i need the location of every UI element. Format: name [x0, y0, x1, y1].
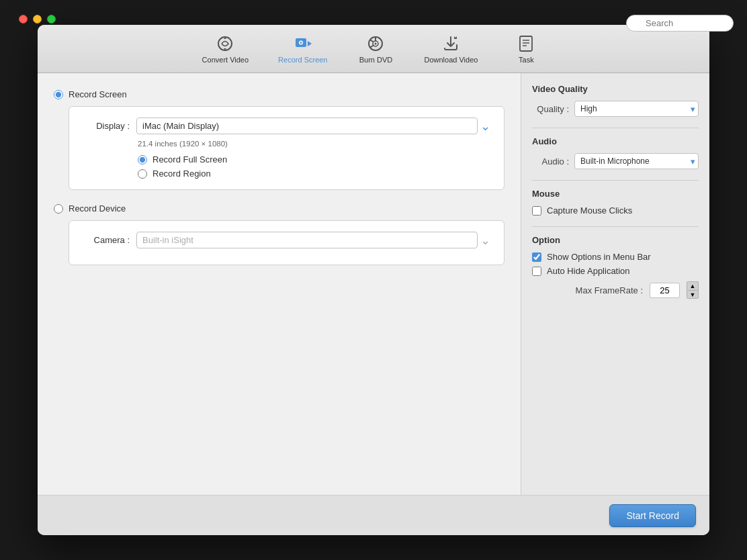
- display-select-wrapper: iMac (Main Display) ⌄: [136, 118, 490, 134]
- svg-line-9: [371, 40, 374, 42]
- content-area: Record Screen Display : iMac (Main Displ…: [38, 73, 709, 495]
- camera-row: Camera : Built-in iSight ⌄: [83, 232, 490, 248]
- capture-mouse-label[interactable]: Capture Mouse Clicks: [547, 205, 632, 216]
- svg-rect-11: [520, 36, 532, 51]
- show-options-label[interactable]: Show Options in Menu Bar: [547, 252, 651, 262]
- framerate-decrement[interactable]: ▼: [687, 290, 699, 299]
- record-screen-section: Record Screen Display : iMac (Main Displ…: [54, 89, 504, 190]
- record-screen-box: Display : iMac (Main Display) ⌄ 21.4 inc…: [69, 106, 504, 190]
- convert-video-label: Convert Video: [202, 56, 249, 64]
- record-device-section: Record Device Camera : Built-in iSight ⌄: [54, 203, 504, 265]
- task-label: Task: [519, 56, 534, 64]
- svg-marker-2: [308, 41, 312, 46]
- radio-group: Record Screen Display : iMac (Main Displ…: [54, 89, 504, 265]
- main-panel: Record Screen Display : iMac (Main Displ…: [38, 73, 521, 495]
- audio-row: Audio : Built-in Microphone None: [532, 153, 699, 169]
- display-dropdown-arrow[interactable]: ⌄: [480, 119, 490, 134]
- task-icon: [517, 34, 535, 53]
- record-screen-icon: [294, 34, 312, 53]
- display-label: Display :: [83, 121, 130, 131]
- camera-dropdown-arrow: ⌄: [480, 233, 490, 248]
- start-record-button[interactable]: Start Record: [609, 504, 696, 527]
- video-quality-section: Video Quality Quality : High Medium Low …: [532, 84, 699, 117]
- framerate-row: Max FrameRate : ▲ ▼: [532, 281, 699, 299]
- record-screen-radio[interactable]: [54, 90, 63, 99]
- record-full-screen-label[interactable]: Record Full Screen: [138, 154, 490, 165]
- svg-point-4: [300, 42, 302, 44]
- capture-mouse-row: Capture Mouse Clicks: [532, 205, 699, 216]
- svg-point-7: [375, 42, 377, 44]
- toolbar-item-record-screen[interactable]: Record Screen: [270, 30, 335, 68]
- auto-hide-checkbox[interactable]: [532, 267, 541, 276]
- record-full-screen-text: Record Full Screen: [152, 154, 227, 165]
- video-quality-title: Video Quality: [532, 84, 699, 94]
- search-wrapper: 🔍: [626, 25, 709, 32]
- show-options-checkbox[interactable]: [532, 252, 541, 262]
- audio-select[interactable]: Built-in Microphone None: [574, 153, 699, 169]
- bottom-bar: Start Record: [38, 495, 709, 535]
- camera-select-wrapper: Built-in iSight ⌄: [136, 232, 490, 248]
- show-options-row: Show Options in Menu Bar: [532, 252, 699, 262]
- titlebar: Convert Video Record Screen: [38, 25, 709, 73]
- record-device-radio-label[interactable]: Record Device: [54, 203, 504, 214]
- divider-3: [532, 226, 699, 227]
- record-device-text: Record Device: [69, 203, 126, 214]
- framerate-increment[interactable]: ▲: [687, 281, 699, 290]
- display-info: 21.4 inches (1920 × 1080): [138, 140, 490, 148]
- search-input[interactable]: [626, 25, 709, 32]
- audio-section: Audio Audio : Built-in Microphone None: [532, 136, 699, 169]
- download-video-label: Download Video: [424, 56, 478, 64]
- quality-select-wrapper: High Medium Low Custom: [574, 101, 699, 117]
- download-video-icon: [442, 34, 459, 53]
- side-panel: Video Quality Quality : High Medium Low …: [521, 73, 709, 495]
- burn-dvd-label: Burn DVD: [359, 56, 393, 64]
- record-full-screen-radio[interactable]: [138, 155, 147, 165]
- record-region-text: Record Region: [152, 169, 211, 179]
- record-screen-radio-label[interactable]: Record Screen: [54, 89, 504, 99]
- mouse-section: Mouse Capture Mouse Clicks: [532, 189, 699, 216]
- auto-hide-row: Auto Hide Application: [532, 266, 699, 276]
- toolbar-item-download-video[interactable]: Download Video: [416, 30, 486, 68]
- quality-label: Quality :: [532, 104, 569, 114]
- framerate-input[interactable]: [650, 283, 680, 298]
- divider-2: [532, 180, 699, 181]
- framerate-label: Max FrameRate :: [532, 285, 643, 295]
- record-screen-label: Record Screen: [278, 56, 327, 64]
- audio-select-wrapper: Built-in Microphone None: [574, 153, 699, 169]
- record-device-radio[interactable]: [54, 204, 63, 214]
- record-screen-text: Record Screen: [69, 89, 127, 99]
- capture-mouse-checkbox[interactable]: [532, 206, 541, 216]
- app-window: Convert Video Record Screen: [38, 25, 709, 535]
- divider-1: [532, 128, 699, 128]
- camera-label: Camera :: [83, 235, 130, 245]
- option-title: Option: [532, 235, 699, 245]
- svg-line-10: [371, 45, 374, 47]
- convert-video-icon: [216, 34, 234, 53]
- burn-dvd-icon: [367, 34, 384, 53]
- audio-label: Audio :: [532, 156, 569, 167]
- framerate-stepper: ▲ ▼: [687, 281, 699, 299]
- mouse-title: Mouse: [532, 189, 699, 199]
- display-row: Display : iMac (Main Display) ⌄: [83, 118, 490, 134]
- toolbar-item-convert-video[interactable]: Convert Video: [194, 30, 257, 68]
- display-select[interactable]: iMac (Main Display): [136, 118, 478, 134]
- option-section: Option Show Options in Menu Bar Auto Hid…: [532, 235, 699, 299]
- quality-row: Quality : High Medium Low Custom: [532, 101, 699, 117]
- audio-title: Audio: [532, 136, 699, 146]
- record-region-radio[interactable]: [138, 169, 147, 179]
- camera-select[interactable]: Built-in iSight: [136, 232, 478, 248]
- quality-select[interactable]: High Medium Low Custom: [574, 101, 699, 117]
- record-device-box: Camera : Built-in iSight ⌄: [69, 220, 504, 265]
- record-region-label[interactable]: Record Region: [138, 169, 490, 179]
- toolbar-item-task[interactable]: Task: [499, 30, 553, 68]
- sub-radio-group: Record Full Screen Record Region: [138, 154, 490, 179]
- auto-hide-label[interactable]: Auto Hide Application: [547, 266, 630, 276]
- toolbar-nav: Convert Video Record Screen: [48, 30, 699, 68]
- toolbar-item-burn-dvd[interactable]: Burn DVD: [349, 30, 402, 68]
